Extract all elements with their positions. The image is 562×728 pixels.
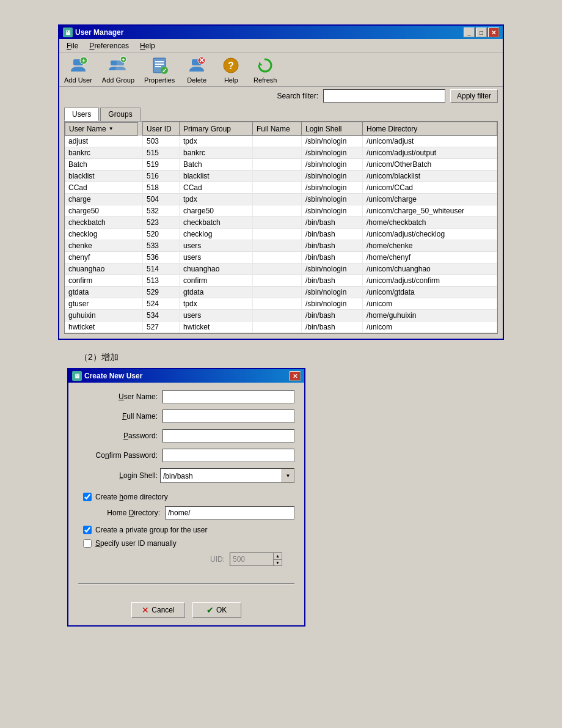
window-title: User Manager	[75, 28, 123, 37]
table-row[interactable]: gtuser524tpdx/sbin/nologin/unicom	[65, 298, 497, 310]
table-row[interactable]: charge504tpdx/sbin/nologin/unicom/charge	[65, 194, 497, 205]
password-input[interactable]	[162, 429, 294, 443]
cell-username: confirm	[65, 275, 143, 287]
cell-username: blacklist	[65, 171, 143, 182]
table-row[interactable]: gtdata529gtdata/sbin/nologin/unicom/gtda…	[65, 287, 497, 298]
help-label: Help	[224, 76, 238, 84]
ok-icon: ✔	[206, 605, 214, 615]
toolbar-add-user[interactable]: + Add User	[64, 56, 92, 84]
cell-username: CCad	[65, 182, 143, 194]
fullname-input[interactable]	[162, 410, 294, 423]
cell-fullname	[253, 252, 302, 263]
ok-label: OK	[216, 606, 227, 614]
table-row[interactable]: chuanghao514chuanghao/sbin/nologin/unico…	[65, 263, 497, 275]
cell-userid: 519	[143, 159, 180, 171]
cell-userid: 523	[143, 217, 180, 229]
table-row[interactable]: chenyf536users/bin/bash/home/chenyf	[65, 252, 497, 263]
uid-row: UID: 500 ▲ ▼	[78, 553, 294, 566]
col-userid[interactable]: User ID	[143, 122, 180, 136]
table-row[interactable]: guhuixin534users/bin/bash/home/guhuixin	[65, 310, 497, 322]
apply-filter-button[interactable]: Apply filter	[450, 89, 498, 103]
cell-loginshell: /sbin/nologin	[302, 298, 363, 310]
uid-spinner: 500 ▲ ▼	[230, 553, 282, 566]
cell-fullname	[253, 147, 302, 159]
add-user-label: Add User	[64, 76, 92, 84]
confirm-password-input[interactable]	[162, 449, 294, 462]
create-private-group-row: Create a private group for the user	[78, 526, 294, 534]
table-row[interactable]: bankrc515bankrc/sbin/nologin/unicom/adju…	[65, 147, 497, 159]
cell-fullname	[253, 194, 302, 205]
svg-text:+: +	[82, 57, 86, 64]
cell-username: adjust	[65, 136, 143, 147]
table-row[interactable]: Batch519Batch/sbin/nologin/unicom/OtherB…	[65, 159, 497, 171]
refresh-icon	[255, 56, 275, 75]
cell-username: checkbatch	[65, 217, 143, 229]
cell-username: chenke	[65, 240, 143, 252]
step-label: （2）增加	[79, 352, 550, 363]
table-row[interactable]: charge50532charge50/sbin/nologin/unicom/…	[65, 205, 497, 217]
create-homedir-checkbox[interactable]	[83, 493, 92, 501]
specify-uid-row: Specify user ID manually	[78, 539, 294, 548]
tab-groups[interactable]: Groups	[100, 108, 140, 121]
cell-fullname	[253, 322, 302, 333]
cell-userid: 503	[143, 136, 180, 147]
cell-username: gtuser	[65, 298, 143, 310]
toolbar: + Add User + Add Group	[59, 53, 503, 87]
cell-loginshell: /sbin/nologin	[302, 287, 363, 298]
username-input[interactable]	[162, 390, 294, 403]
cell-userid: 536	[143, 252, 180, 263]
menu-preferences[interactable]: Preferences	[84, 40, 134, 51]
col-loginshell[interactable]: Login Shell	[302, 122, 363, 136]
toolbar-add-group[interactable]: + Add Group	[102, 56, 134, 84]
toolbar-help[interactable]: ? Help	[219, 56, 243, 84]
specify-uid-checkbox[interactable]	[83, 539, 92, 548]
table-row[interactable]: hwticket527hwticket/bin/bash/unicom	[65, 322, 497, 333]
cell-primarygroup: users	[180, 240, 253, 252]
table-row[interactable]: checkbatch523checkbatch/bin/bash/home/ch…	[65, 217, 497, 229]
uid-down-arrow[interactable]: ▼	[274, 560, 282, 566]
menu-file[interactable]: File	[62, 40, 83, 51]
dialog-close-button[interactable]: ✕	[290, 371, 301, 381]
home-directory-input[interactable]: /home/	[165, 506, 294, 520]
table-row[interactable]: checklog520checklog/bin/bash/unicom/adju…	[65, 229, 497, 240]
col-fullname[interactable]: Full Name	[253, 122, 302, 136]
refresh-label: Refresh	[254, 76, 277, 84]
uid-up-arrow[interactable]: ▲	[274, 553, 282, 560]
tab-users[interactable]: Users	[64, 108, 99, 121]
col-username[interactable]: User Name ▼	[65, 122, 138, 136]
cell-userid: 532	[143, 205, 180, 217]
minimize-button[interactable]: _	[464, 28, 475, 37]
maximize-button[interactable]: □	[476, 28, 487, 37]
menu-help[interactable]: Help	[135, 40, 160, 51]
cell-primarygroup: checklog	[180, 229, 253, 240]
user-manager-titlebar: 🖥 User Manager _ □ ✕	[59, 26, 503, 39]
cell-loginshell: /bin/bash	[302, 229, 363, 240]
toolbar-properties[interactable]: ✓ Properties	[144, 56, 175, 84]
search-input[interactable]	[323, 89, 445, 103]
ok-button[interactable]: ✔ OK	[192, 602, 241, 618]
cell-fullname	[253, 217, 302, 229]
create-private-group-checkbox[interactable]	[83, 526, 92, 534]
cell-loginshell: /bin/bash	[302, 310, 363, 322]
cell-loginshell: /sbin/nologin	[302, 159, 363, 171]
table-row[interactable]: blacklist516blacklist/sbin/nologin/unico…	[65, 171, 497, 182]
table-row[interactable]: confirm513confirm/bin/bash/unicom/adjust…	[65, 275, 497, 287]
close-button[interactable]: ✕	[488, 28, 499, 37]
cell-homedirectory: /unicom/CCad	[363, 182, 497, 194]
users-table: User Name ▼ User ID Primary Group Full N…	[65, 122, 497, 333]
table-row[interactable]: adjust503tpdx/sbin/nologin/unicom/adjust	[65, 136, 497, 147]
col-homedirectory[interactable]: Home Directory	[363, 122, 497, 136]
table-row[interactable]: chenke533users/bin/bash/home/chenke	[65, 240, 497, 252]
table-row[interactable]: CCad518CCad/sbin/nologin/unicom/CCad	[65, 182, 497, 194]
cancel-button[interactable]: ✕ Cancel	[131, 602, 184, 618]
uid-input[interactable]: 500	[230, 553, 273, 565]
col-primarygroup[interactable]: Primary Group	[180, 122, 253, 136]
login-shell-dropdown-arrow[interactable]: ▼	[282, 469, 294, 482]
toolbar-delete[interactable]: ✕ Delete	[184, 56, 209, 84]
toolbar-refresh[interactable]: Refresh	[253, 56, 277, 84]
cell-userid: 520	[143, 229, 180, 240]
cell-homedirectory: /unicom/charge_50_whiteuser	[363, 205, 497, 217]
cell-fullname	[253, 229, 302, 240]
svg-marker-18	[259, 62, 263, 65]
delete-label: Delete	[187, 76, 206, 84]
